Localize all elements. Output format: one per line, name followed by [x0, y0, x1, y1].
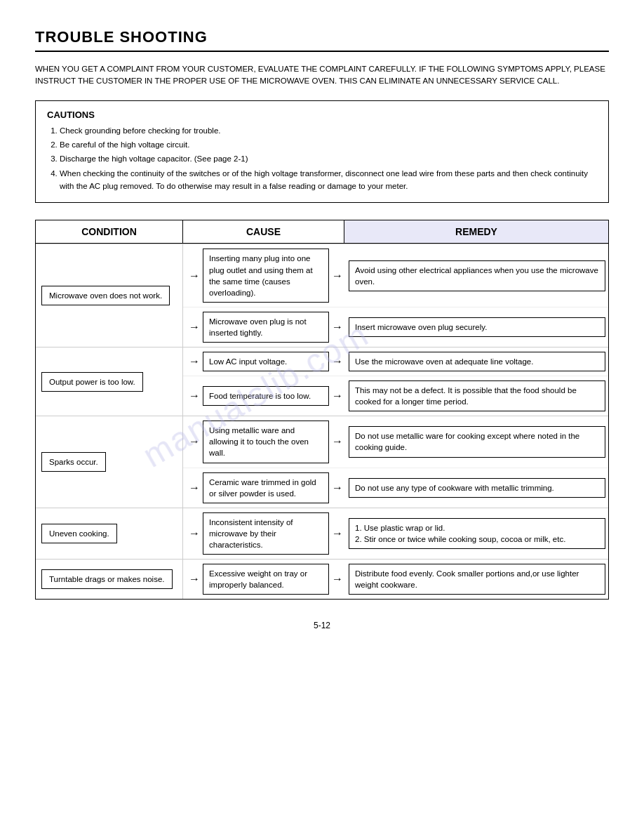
arrow-icon-5-1r: → — [332, 573, 343, 585]
arrow-icon-2-2r: → — [332, 390, 343, 402]
table-header-row: CONDITION CAUSE REMEDY — [36, 220, 608, 244]
causes-remedies-3: → Using metallic ware and allowing it to… — [183, 416, 608, 507]
intro-text: WHEN YOU GET A COMPLAINT FROM YOUR CUSTO… — [35, 63, 609, 88]
condition-value-2: Output power is too low. — [41, 372, 143, 392]
table-row-4: Uneven cooking. → Inconsistent intensity… — [36, 508, 608, 559]
page-title: TROUBLE SHOOTING — [35, 28, 609, 52]
arrow-icon-3-2r: → — [332, 482, 343, 494]
causes-remedies-1: → Inserting many plug into one plug outl… — [183, 244, 608, 347]
page-number: 5-12 — [35, 621, 609, 630]
cautions-box: CAUTIONS Check grounding before checking… — [35, 100, 609, 204]
arrow-icon-2-2: → — [189, 390, 200, 402]
condition-value-5: Turntable drags or makes noise. — [41, 569, 173, 589]
arrow-icon-1-1: → — [189, 270, 200, 282]
caution-item-4: When checking the continuity of the swit… — [60, 167, 597, 193]
arrow-icon-3-1r: → — [332, 435, 343, 448]
table-row-2: Output power is too low. → Low AC input … — [36, 347, 608, 416]
cr-row-4-1: → Inconsistent intensity of microwave by… — [183, 508, 608, 559]
remedy-1-2: Insert microwave oven plug securely. — [349, 317, 605, 337]
remedy-3-1: Do not use metallic ware for cooking exc… — [349, 426, 605, 457]
cause-3-1: Using metallic ware and allowing it to t… — [203, 421, 329, 463]
table-row-5: Turntable drags or makes noise. → Excess… — [36, 559, 608, 599]
header-condition: CONDITION — [36, 220, 183, 243]
causes-remedies-2: → Low AC input voltage. → Use the microw… — [183, 348, 608, 416]
remedy-5-1: Distribute food evenly. Cook smaller por… — [349, 564, 605, 595]
condition-cell-1: Microwave oven does not work. — [36, 244, 183, 347]
remedy-2-1: Use the microwave oven at adequate line … — [349, 352, 605, 371]
caution-item-1: Check grounding before checking for trou… — [60, 124, 597, 137]
caution-item-3: Discharge the high voltage capacitor. (S… — [60, 152, 597, 165]
cause-3-2: Ceramic ware trimmed in gold or silver p… — [203, 472, 329, 503]
causes-remedies-5: → Excessive weight on tray or improperly… — [183, 560, 608, 599]
remedy-1-1: Avoid using other electrical appliances … — [349, 260, 605, 291]
cause-2-2: Food temperature is too low. — [203, 386, 329, 406]
condition-value-4: Uneven cooking. — [41, 524, 117, 543]
arrow-icon-5-1: → — [189, 573, 200, 585]
table-row-1: Microwave oven does not work. → Insertin… — [36, 244, 608, 347]
cautions-title: CAUTIONS — [47, 110, 597, 120]
arrow-icon-3-1: → — [189, 435, 200, 448]
cr-row-2-2: → Food temperature is too low. → This ma… — [183, 376, 608, 416]
condition-cell-3: Sparks occur. — [36, 416, 183, 507]
remedy-2-2: This may not be a defect. It is possible… — [349, 380, 605, 411]
remedy-3-2: Do not use any type of cookware with met… — [349, 478, 605, 498]
cause-2-1: Low AC input voltage. — [203, 352, 329, 371]
arrow-icon-1-2: → — [189, 321, 200, 333]
causes-remedies-4: → Inconsistent intensity of microwave by… — [183, 508, 608, 559]
remedy-4-1: 1. Use plastic wrap or lid.2. Stir once … — [349, 518, 605, 549]
cr-row-3-2: → Ceramic ware trimmed in gold or silver… — [183, 468, 608, 508]
arrow-icon-2-1r: → — [332, 355, 343, 368]
condition-cell-2: Output power is too low. — [36, 348, 183, 416]
table-row-3: Sparks occur. → Using metallic ware and … — [36, 416, 608, 507]
cr-row-5-1: → Excessive weight on tray or improperly… — [183, 560, 608, 599]
arrow-icon-2-1: → — [189, 355, 200, 368]
troubleshoot-table: CONDITION CAUSE REMEDY Microwave oven do… — [35, 220, 609, 600]
condition-cell-5: Turntable drags or makes noise. — [36, 560, 183, 599]
condition-cell-4: Uneven cooking. — [36, 508, 183, 559]
cautions-list: Check grounding before checking for trou… — [47, 124, 597, 193]
cr-row-1-1: → Inserting many plug into one plug outl… — [183, 244, 608, 307]
cr-row-1-2: → Microwave oven plug is not inserted ti… — [183, 307, 608, 347]
arrow-icon-1-1r: → — [332, 270, 343, 282]
arrow-icon-4-1: → — [189, 527, 200, 540]
header-cause: CAUSE — [183, 220, 344, 243]
condition-value-1: Microwave oven does not work. — [41, 286, 170, 305]
arrow-icon-1-2r: → — [332, 321, 343, 333]
cr-row-3-1: → Using metallic ware and allowing it to… — [183, 416, 608, 468]
cr-row-2-1: → Low AC input voltage. → Use the microw… — [183, 348, 608, 376]
arrow-icon-3-2: → — [189, 482, 200, 494]
arrow-icon-4-1r: → — [332, 527, 343, 540]
cause-5-1: Excessive weight on tray or improperly b… — [203, 564, 329, 595]
cause-4-1: Inconsistent intensity of microwave by t… — [203, 512, 329, 555]
cause-1-2: Microwave oven plug is not inserted tigh… — [203, 312, 329, 343]
condition-value-3: Sparks occur. — [41, 452, 106, 472]
header-remedy: REMEDY — [344, 220, 608, 243]
cause-1-1: Inserting many plug into one plug outlet… — [203, 249, 329, 302]
caution-item-2: Be careful of the high voltage circuit. — [60, 138, 597, 151]
